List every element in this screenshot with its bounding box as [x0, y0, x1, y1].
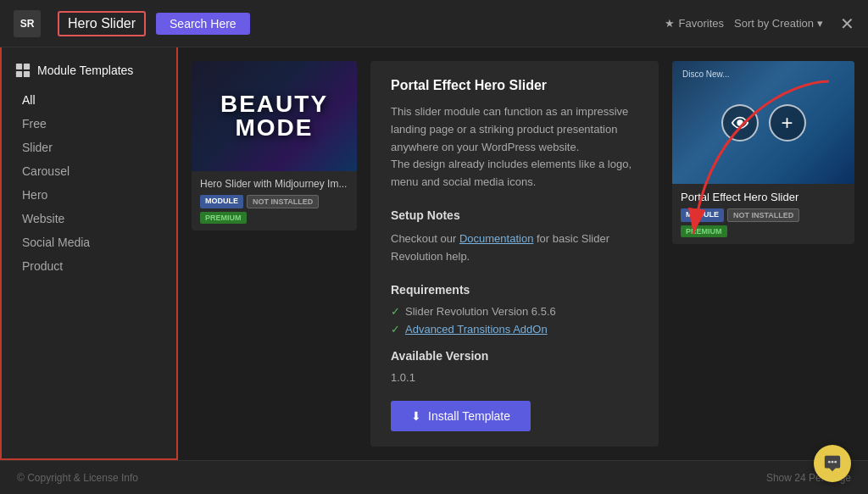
advanced-transitions-link[interactable]: Advanced Transitions AddOn — [405, 323, 548, 336]
chevron-down-icon: ▾ — [817, 17, 823, 30]
featured-info: Portal Effect Hero Slider MODULE NOT INS… — [672, 184, 854, 244]
sidebar-item-hero[interactable]: Hero — [2, 183, 176, 207]
check-icon-2: ✓ — [391, 323, 400, 336]
version-number: 1.0.1 — [391, 371, 638, 384]
setup-notes-content: Checkout our Documentation for basic Sli… — [391, 230, 638, 266]
requirement-2: ✓ Advanced Transitions AddOn — [391, 323, 638, 336]
chat-bubble-button[interactable] — [814, 445, 851, 482]
sidebar: Module Templates All Free Slider Carouse… — [0, 47, 178, 460]
left-template-card: BEAUTY MODE Hero Slider with Midjourney … — [192, 61, 357, 230]
star-icon: ★ — [665, 17, 675, 30]
featured-title: Portal Effect Hero Slider — [681, 191, 846, 203]
svg-rect-3 — [24, 71, 30, 77]
featured-tag-module: MODULE — [681, 208, 724, 222]
sidebar-header-label: Module Templates — [37, 64, 133, 77]
add-button[interactable]: + — [769, 104, 806, 142]
setup-notes-title: Setup Notes — [391, 208, 638, 222]
tag-premium: PREMIUM — [200, 212, 247, 224]
footer: © Copyright & License Info Show 24 Per P… — [0, 460, 868, 494]
svg-rect-2 — [16, 71, 22, 77]
sidebar-item-all[interactable]: All — [2, 88, 176, 112]
sidebar-item-free[interactable]: Free — [2, 112, 176, 136]
tag-not-installed: NOT INSTALLED — [247, 195, 319, 208]
favorites-button[interactable]: ★ Favorites — [665, 17, 724, 30]
featured-actions: + — [721, 104, 806, 142]
left-card-tags: MODULE NOT INSTALLED PREMIUM — [200, 195, 348, 224]
svg-rect-0 — [16, 64, 22, 69]
sort-button[interactable]: Sort by Creation ▾ — [734, 17, 823, 30]
sidebar-item-carousel[interactable]: Carousel — [2, 159, 176, 183]
featured-tag-premium: PREMIUM — [681, 225, 727, 237]
detail-title: Portal Effect Hero Slider — [391, 78, 638, 93]
thumb-text-beauty: BEAUTY — [220, 92, 328, 116]
header-title: Hero Slider — [58, 11, 146, 36]
thumb-text-mode: MODE — [220, 116, 328, 140]
sidebar-item-website[interactable]: Website — [2, 207, 176, 230]
svg-point-4 — [737, 119, 743, 125]
search-button[interactable]: Search Here — [156, 13, 250, 35]
tag-module: MODULE — [200, 195, 243, 208]
available-version-title: Available Version — [391, 349, 638, 363]
requirements-title: Requirements — [391, 283, 638, 297]
download-icon: ⬇ — [411, 409, 421, 423]
logo: SR — [14, 10, 41, 37]
app-header: SR Hero Slider Search Here ★ Favorites S… — [0, 0, 868, 47]
detail-description: This slider module can function as an im… — [391, 103, 638, 191]
sidebar-item-slider[interactable]: Slider — [2, 136, 176, 159]
plus-icon: + — [781, 111, 793, 135]
install-template-button[interactable]: ⬇ Install Template — [391, 401, 531, 431]
main-layout: Module Templates All Free Slider Carouse… — [0, 47, 868, 460]
left-card-info: Hero Slider with Midjourney Im... MODULE… — [192, 171, 357, 230]
svg-point-6 — [828, 461, 831, 463]
sidebar-item-product[interactable]: Product — [2, 254, 176, 278]
detail-panel: Portal Effect Hero Slider This slider mo… — [370, 61, 659, 447]
sidebar-header: Module Templates — [2, 58, 176, 88]
sidebar-item-social-media[interactable]: Social Media — [2, 230, 176, 254]
left-card-title: Hero Slider with Midjourney Im... — [200, 178, 348, 190]
content-area: BEAUTY MODE Hero Slider with Midjourney … — [178, 47, 868, 460]
check-icon-1: ✓ — [391, 305, 400, 318]
svg-point-7 — [832, 461, 834, 463]
featured-thumb-text: Disco New... — [682, 69, 730, 79]
documentation-link[interactable]: Documentation — [459, 232, 533, 245]
copyright-text: © Copyright & License Info — [17, 472, 138, 484]
featured-card: Disco New... + Portal Effect Hero Slider — [672, 61, 854, 244]
close-button[interactable]: ✕ — [840, 14, 854, 34]
featured-thumbnail: Disco New... + — [672, 61, 854, 184]
featured-tags: MODULE NOT INSTALLED PREMIUM — [681, 208, 846, 237]
svg-point-8 — [834, 461, 837, 463]
left-template-thumbnail: BEAUTY MODE — [192, 61, 357, 171]
preview-button[interactable] — [721, 104, 759, 142]
svg-rect-1 — [24, 64, 30, 69]
module-templates-icon — [15, 63, 31, 78]
requirement-1: ✓ Slider Revolution Version 6.5.6 — [391, 305, 638, 318]
featured-tag-not-installed: NOT INSTALLED — [727, 208, 799, 222]
